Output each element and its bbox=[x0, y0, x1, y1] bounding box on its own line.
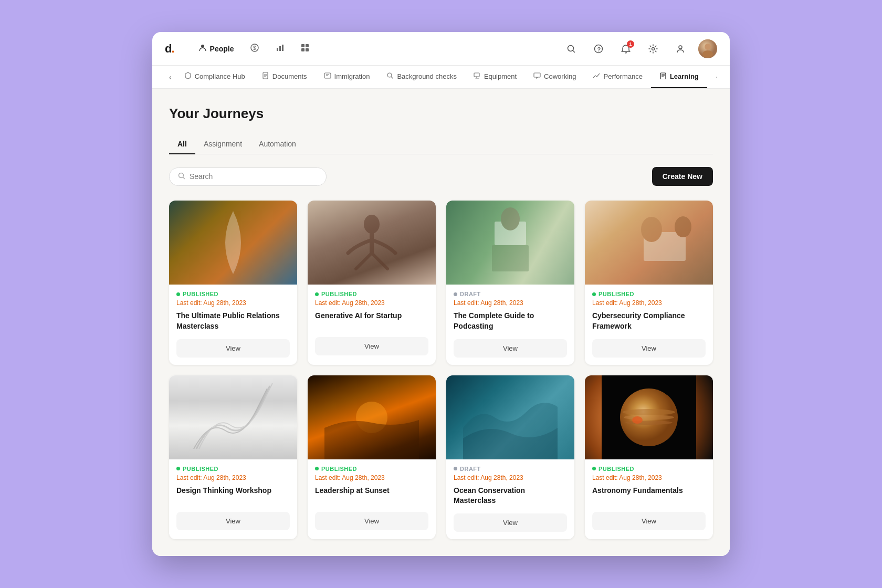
subnav-item-background-checks[interactable]: Background checks bbox=[378, 66, 465, 88]
card-8-image bbox=[585, 375, 713, 459]
card-4-date: Last edit: Aug 28th, 2023 bbox=[592, 299, 706, 307]
card-7-view-button[interactable]: View bbox=[454, 513, 567, 532]
help-button[interactable]: ? bbox=[589, 39, 608, 58]
card-5-view-button[interactable]: View bbox=[176, 512, 290, 530]
card-8-view-button[interactable]: View bbox=[592, 512, 706, 530]
subnav-label-learning: Learning bbox=[670, 72, 699, 80]
card-4: PUBLISHED Last edit: Aug 28th, 2023 Cybe… bbox=[585, 201, 713, 364]
card-2-status: PUBLISHED bbox=[315, 291, 428, 297]
team-icon[interactable] bbox=[671, 39, 690, 58]
card-8-title: Astronomy Fundamentals bbox=[592, 486, 706, 505]
svg-rect-9 bbox=[306, 48, 309, 51]
card-7-date: Last edit: Aug 28th, 2023 bbox=[454, 474, 567, 481]
nav-right: ? 1 bbox=[562, 39, 717, 58]
svg-point-35 bbox=[623, 409, 675, 415]
svg-point-38 bbox=[632, 416, 643, 424]
people-icon bbox=[198, 44, 207, 54]
subnav-item-equipment[interactable]: Equipment bbox=[465, 66, 525, 88]
subnav-item-coworking[interactable]: Coworking bbox=[525, 66, 584, 88]
performance-icon bbox=[593, 72, 600, 81]
immigration-icon bbox=[324, 72, 331, 81]
subnav-item-immigration[interactable]: Immigration bbox=[316, 66, 379, 88]
card-2-view-button[interactable]: View bbox=[315, 337, 428, 355]
subnav-item-performance[interactable]: Performance bbox=[584, 66, 650, 88]
tab-automation[interactable]: Automation bbox=[250, 134, 304, 154]
nav-item-compensation[interactable]: $ bbox=[243, 39, 266, 58]
card-6-status-dot bbox=[315, 467, 319, 470]
svg-point-37 bbox=[625, 421, 673, 425]
card-1-date: Last edit: Aug 28th, 2023 bbox=[176, 299, 290, 307]
career-icon bbox=[716, 72, 717, 81]
card-1-body: PUBLISHED Last edit: Aug 28th, 2023 The … bbox=[169, 285, 297, 364]
subnav-item-career[interactable]: Career bbox=[707, 66, 717, 88]
svg-rect-22 bbox=[660, 73, 666, 79]
logo: d. bbox=[165, 42, 174, 56]
search-icon bbox=[178, 172, 185, 181]
nav-item-people-label: People bbox=[210, 45, 234, 53]
card-3-status-dot bbox=[454, 292, 457, 296]
subnav-label-performance: Performance bbox=[603, 72, 642, 80]
card-8: PUBLISHED Last edit: Aug 28th, 2023 Astr… bbox=[585, 375, 713, 539]
card-7-status: DRAFT bbox=[454, 466, 567, 472]
svg-rect-4 bbox=[279, 46, 281, 51]
subnav-label-coworking: Coworking bbox=[544, 72, 576, 80]
svg-rect-6 bbox=[301, 44, 304, 47]
subnav-item-documents[interactable]: Documents bbox=[254, 66, 316, 88]
subnav-item-compliance-hub[interactable]: Compliance Hub bbox=[176, 66, 254, 88]
tab-all[interactable]: All bbox=[169, 134, 195, 154]
card-1-status-dot bbox=[176, 292, 180, 296]
svg-point-27 bbox=[501, 207, 520, 230]
card-5: PUBLISHED Last edit: Aug 28th, 2023 Desi… bbox=[169, 375, 297, 539]
svg-point-14 bbox=[679, 46, 682, 49]
svg-rect-28 bbox=[492, 245, 529, 271]
svg-rect-3 bbox=[277, 48, 278, 51]
page-title: Your Journeys bbox=[169, 106, 713, 122]
main-content: Your Journeys All Assignment Automation … bbox=[152, 89, 730, 555]
coworking-icon bbox=[533, 72, 541, 81]
card-4-title: Cybersecurity Compliance Framework bbox=[592, 311, 706, 331]
card-3-date: Last edit: Aug 28th, 2023 bbox=[454, 299, 567, 307]
card-1-view-button[interactable]: View bbox=[176, 339, 290, 358]
svg-text:$: $ bbox=[253, 45, 256, 51]
card-7-image bbox=[446, 375, 574, 459]
user-avatar[interactable] bbox=[698, 39, 717, 58]
browser-window: d. People $ bbox=[152, 32, 730, 555]
tab-assignment[interactable]: Assignment bbox=[195, 134, 250, 154]
card-4-image bbox=[585, 201, 713, 285]
svg-point-31 bbox=[675, 216, 691, 237]
apps-icon bbox=[301, 44, 309, 54]
svg-point-16 bbox=[705, 44, 711, 50]
card-3-image bbox=[446, 201, 574, 285]
subnav-item-learning[interactable]: Learning bbox=[651, 66, 707, 88]
card-4-view-button[interactable]: View bbox=[592, 339, 706, 358]
card-3-view-button[interactable]: View bbox=[454, 339, 567, 358]
card-6-view-button[interactable]: View bbox=[315, 512, 428, 530]
svg-point-17 bbox=[702, 50, 713, 58]
card-6-body: PUBLISHED Last edit: Aug 28th, 2023 Lead… bbox=[308, 459, 436, 538]
nav-item-analytics[interactable] bbox=[268, 39, 291, 58]
background-checks-icon bbox=[386, 72, 394, 81]
card-3-status: DRAFT bbox=[454, 291, 567, 297]
card-1-title: The Ultimate Public Relations Masterclas… bbox=[176, 311, 290, 331]
create-new-button[interactable]: Create New bbox=[652, 167, 713, 186]
svg-point-36 bbox=[624, 415, 674, 420]
settings-button[interactable] bbox=[644, 39, 663, 58]
card-6-date: Last edit: Aug 28th, 2023 bbox=[315, 474, 428, 481]
svg-text:?: ? bbox=[597, 46, 601, 52]
search-row: Create New bbox=[169, 167, 713, 186]
card-2-image bbox=[308, 201, 436, 285]
nav-item-people[interactable]: People bbox=[191, 39, 242, 58]
nav-item-apps[interactable] bbox=[293, 39, 317, 58]
search-box[interactable] bbox=[169, 167, 327, 186]
scroll-left-button[interactable]: ‹ bbox=[165, 73, 176, 81]
svg-point-0 bbox=[201, 45, 204, 48]
svg-rect-5 bbox=[282, 45, 284, 51]
card-5-status: PUBLISHED bbox=[176, 466, 290, 472]
notifications-button[interactable]: 1 bbox=[616, 39, 635, 58]
search-input[interactable] bbox=[190, 172, 318, 181]
card-5-image bbox=[169, 375, 297, 459]
svg-point-25 bbox=[364, 215, 380, 234]
card-8-status: PUBLISHED bbox=[592, 466, 706, 472]
card-7-status-dot bbox=[454, 467, 457, 470]
search-button[interactable] bbox=[562, 39, 581, 58]
